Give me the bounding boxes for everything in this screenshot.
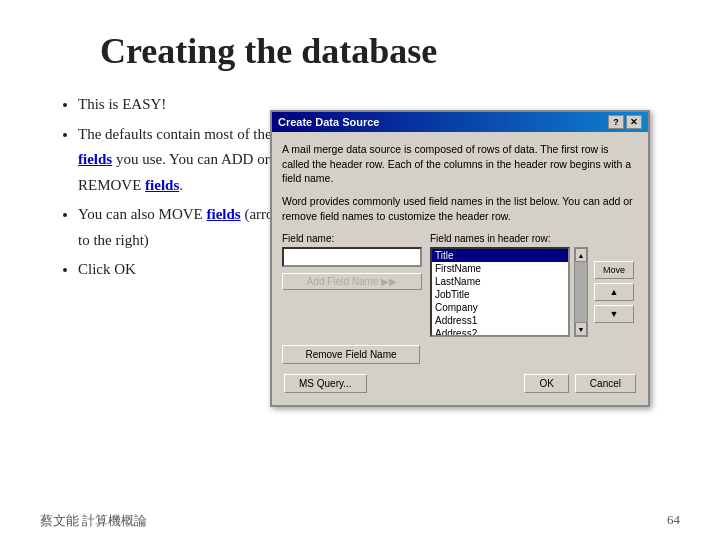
list-item[interactable]: Title <box>432 249 568 262</box>
field-list-column: Field names in header row: Title FirstNa… <box>430 233 638 337</box>
scroll-down-arrow[interactable]: ▼ <box>575 322 587 336</box>
move-down-button[interactable]: ▼ <box>594 305 634 323</box>
highlight-fields-3: fields <box>206 206 240 222</box>
list-item[interactable]: Company <box>432 301 568 314</box>
ok-button[interactable]: OK <box>524 374 568 393</box>
dialog-titlebar: Create Data Source ? ✕ <box>272 112 648 132</box>
help-button[interactable]: ? <box>608 115 624 129</box>
cancel-button[interactable]: Cancel <box>575 374 636 393</box>
remove-row: Remove Field Name <box>282 345 638 364</box>
bullet-1: This is EASY! <box>78 92 300 118</box>
field-list-label: Field names in header row: <box>430 233 638 244</box>
ms-query-button[interactable]: MS Query... <box>284 374 367 393</box>
list-item[interactable]: Address2 <box>432 327 568 337</box>
bullet-list: This is EASY! The defaults contain most … <box>60 92 300 287</box>
bullet-4: Click OK <box>78 257 300 283</box>
dialog-title: Create Data Source <box>278 116 380 128</box>
list-item[interactable]: FirstName <box>432 262 568 275</box>
move-up-button[interactable]: ▲ <box>594 283 634 301</box>
highlight-fields-1: fields <box>78 151 112 167</box>
add-field-name-button[interactable]: Add Field Name ▶▶ <box>282 273 422 290</box>
dialog-description-2: Word provides commonly used field names … <box>282 194 638 223</box>
close-button[interactable]: ✕ <box>626 115 642 129</box>
scroll-track <box>575 262 587 322</box>
page-title: Creating the database <box>100 30 720 72</box>
dialog-columns: Field name: Add Field Name ▶▶ Field name… <box>282 233 638 337</box>
list-item[interactable]: JobTitle <box>432 288 568 301</box>
field-list-container: Title FirstName LastName JobTitle Compan… <box>430 247 638 337</box>
create-data-source-dialog: Create Data Source ? ✕ A mail merge data… <box>270 110 650 407</box>
titlebar-buttons: ? ✕ <box>608 115 642 129</box>
bullet-3: You can also MOVE fields (arrows to the … <box>78 202 300 253</box>
dialog-footer: MS Query... OK Cancel <box>282 374 638 395</box>
bullet-2: The defaults contain most of the fields … <box>78 122 300 199</box>
field-list-scrollbar[interactable]: ▲ ▼ <box>574 247 588 337</box>
move-label: Move <box>594 261 634 279</box>
scroll-up-arrow[interactable]: ▲ <box>575 248 587 262</box>
footer-author: 蔡文能 計算機概論 <box>40 512 147 530</box>
page-footer: 蔡文能 計算機概論 64 <box>0 512 720 530</box>
move-buttons: Move ▲ ▼ <box>594 247 634 337</box>
field-name-column: Field name: Add Field Name ▶▶ <box>282 233 422 337</box>
field-listbox[interactable]: Title FirstName LastName JobTitle Compan… <box>430 247 570 337</box>
remove-field-name-button[interactable]: Remove Field Name <box>282 345 420 364</box>
highlight-fields-2: fields <box>145 177 179 193</box>
footer-page-number: 64 <box>667 512 680 530</box>
field-name-label: Field name: <box>282 233 422 244</box>
dialog-body: A mail merge data source is composed of … <box>272 132 648 405</box>
dialog-description-1: A mail merge data source is composed of … <box>282 142 638 186</box>
list-item[interactable]: Address1 <box>432 314 568 327</box>
field-name-input[interactable] <box>282 247 422 267</box>
footer-right-buttons: OK Cancel <box>524 374 636 393</box>
list-item[interactable]: LastName <box>432 275 568 288</box>
